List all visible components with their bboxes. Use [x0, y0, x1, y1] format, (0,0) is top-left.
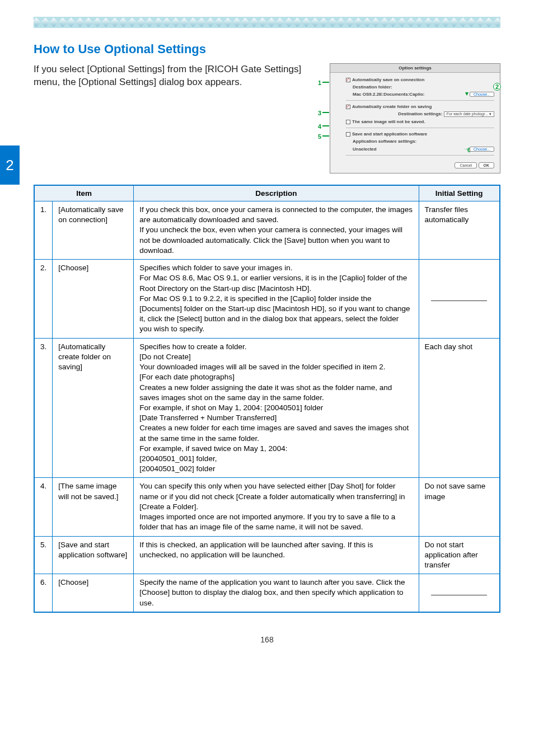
row-initial	[419, 574, 500, 612]
app-value: Unselected	[353, 147, 377, 152]
choose-button-2[interactable]: Choose...	[470, 147, 494, 152]
row-item: [The same image will not be saved.]	[53, 478, 134, 536]
dest-settings-label: Destination settings:	[398, 111, 442, 116]
row-number: 2.	[34, 260, 53, 339]
row-item: [Automatically save on connection]	[53, 201, 134, 260]
row-description: You can specify this only when you have …	[134, 478, 419, 536]
col-desc-header: Description	[134, 185, 419, 201]
chapter-tab: 2	[0, 145, 20, 185]
col-item-header: Item	[34, 185, 134, 201]
dialog-title: Option settings	[330, 64, 500, 73]
row-description: If this is checked, an application will …	[134, 536, 419, 574]
page-heading: How to Use Optional Settings	[34, 42, 500, 57]
row-description: Specify the name of the application you …	[134, 574, 419, 612]
auto-save-label: Automatically save on connection	[352, 77, 424, 82]
table-row: 5.[Save and start application software]I…	[34, 536, 500, 574]
callout-3: 3	[318, 110, 321, 116]
checkbox-icon	[346, 105, 350, 109]
row-initial: Do not start application after transfer	[419, 536, 500, 574]
row-number: 3.	[34, 338, 53, 478]
blank-underline	[431, 588, 487, 595]
row-item: [Automatically create folder on saving]	[53, 338, 134, 478]
choose-button-1[interactable]: Choose...	[470, 92, 494, 97]
row-number: 5.	[34, 536, 53, 574]
blank-underline	[431, 293, 487, 301]
table-row: 3.[Automatically create folder on saving…	[34, 338, 500, 478]
app-settings-label: Application software settings:	[353, 139, 416, 144]
row-initial: Do not save same image	[419, 478, 500, 536]
dest-path: Mac OS9.2.2E:Documents:Caplio:	[353, 92, 424, 97]
row-initial: Transfer files automatically	[419, 201, 500, 260]
same-image-label: The same image will not be saved.	[352, 119, 425, 124]
auto-create-label: Automatically create folder on saving	[352, 104, 432, 109]
save-start-label: Save and start application software	[352, 132, 427, 137]
row-description: Specifies which folder to save your imag…	[134, 260, 419, 339]
checkbox-icon	[346, 78, 350, 82]
callout-5: 5	[318, 133, 321, 140]
table-row: 1.[Automatically save on connection]If y…	[34, 201, 500, 260]
option-settings-dialog: Option settings 1 2 3 4 5 6 Automaticall…	[330, 63, 500, 173]
row-initial: Each day shot	[419, 338, 500, 478]
arrow-down-icon	[465, 92, 469, 96]
checkbox-icon	[346, 120, 350, 124]
row-number: 6.	[34, 574, 53, 612]
row-description: If you check this box, once your camera …	[134, 201, 419, 260]
checkbox-icon	[346, 132, 350, 137]
row-initial	[419, 260, 500, 339]
dest-folder-label: Destination folder:	[353, 84, 392, 90]
dest-settings-select[interactable]: For each date photogr... ▾	[444, 111, 494, 117]
ok-button[interactable]: OK	[479, 162, 495, 168]
col-init-header: Initial Setting	[419, 185, 500, 201]
callout-4: 4	[318, 123, 321, 130]
table-row: 4.[The same image will not be saved.]You…	[34, 478, 500, 536]
cancel-button[interactable]: Cancel	[455, 162, 477, 168]
table-row: 2.[Choose]Specifies which folder to save…	[34, 260, 500, 339]
settings-table: Item Description Initial Setting 1.[Auto…	[34, 185, 500, 613]
callout-2: 2	[493, 83, 501, 91]
row-number: 1.	[34, 201, 53, 260]
table-row: 6.[Choose]Specify the name of the applic…	[34, 574, 500, 612]
row-number: 4.	[34, 478, 53, 536]
row-item: [Choose]	[53, 574, 134, 612]
page-number: 168	[34, 635, 500, 644]
decorative-border	[34, 17, 500, 28]
row-item: [Save and start application software]	[53, 536, 134, 574]
intro-paragraph: If you select [Optional Settings] from t…	[34, 63, 318, 89]
callout-1: 1	[318, 79, 321, 86]
row-item: [Choose]	[53, 260, 134, 339]
row-description: Specifies how to create a folder.[Do not…	[134, 338, 419, 478]
